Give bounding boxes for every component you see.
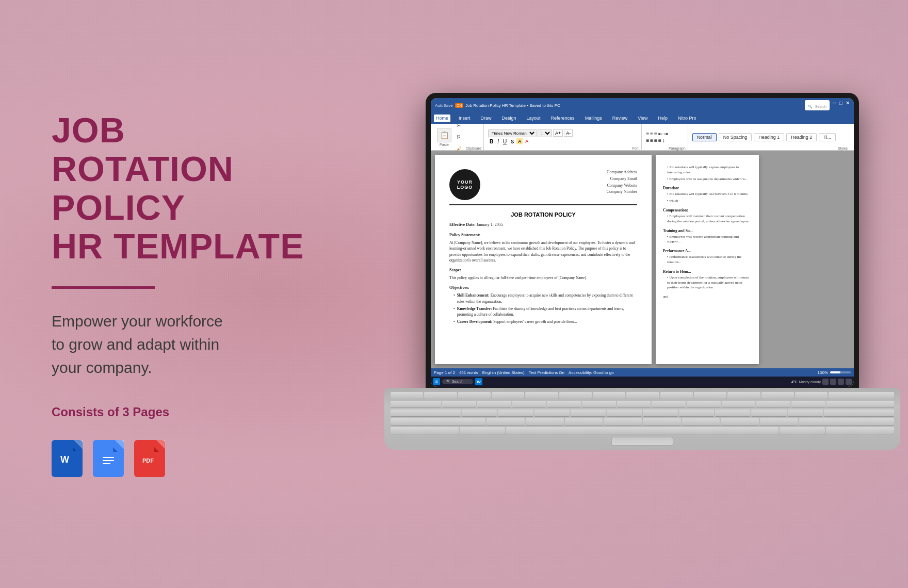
increase-indent-button[interactable]: ⇥ <box>663 131 668 137</box>
key[interactable] <box>660 392 693 399</box>
style-heading1[interactable]: Heading 1 <box>754 133 784 141</box>
taskbar-word-icon[interactable]: W <box>475 378 482 385</box>
key[interactable] <box>643 410 678 417</box>
key[interactable] <box>458 392 491 399</box>
key[interactable] <box>477 401 511 408</box>
key[interactable] <box>498 410 533 417</box>
strikethrough-button[interactable]: S̶ <box>509 138 515 145</box>
key-enter2[interactable] <box>824 410 894 417</box>
key-ctrl-l[interactable] <box>391 427 459 434</box>
maximize-button[interactable]: □ <box>839 100 842 110</box>
increase-font-button[interactable]: A+ <box>553 129 563 137</box>
line-spacing-button[interactable]: ↕ <box>662 138 665 143</box>
key[interactable] <box>795 392 828 399</box>
ribbon-tab-draw[interactable]: Draw <box>479 115 494 122</box>
align-center-button[interactable]: ≡ <box>650 138 653 143</box>
key[interactable] <box>391 392 423 399</box>
key[interactable] <box>492 392 524 399</box>
key[interactable] <box>565 418 603 426</box>
font-color-button[interactable]: A <box>524 138 530 144</box>
italic-button[interactable]: I <box>496 138 500 145</box>
key[interactable] <box>687 401 721 408</box>
key-backspace[interactable] <box>829 392 894 399</box>
key[interactable] <box>791 401 825 408</box>
key[interactable] <box>761 392 794 399</box>
close-button[interactable]: ✕ <box>846 100 850 110</box>
key[interactable] <box>715 410 750 417</box>
key[interactable] <box>526 418 564 426</box>
align-left-button[interactable]: ≡ <box>646 138 649 143</box>
key[interactable] <box>607 410 642 417</box>
font-family-select[interactable]: Times New Roman <box>488 129 537 137</box>
ribbon-tab-references[interactable]: References <box>549 115 577 122</box>
key[interactable] <box>694 392 726 399</box>
ribbon-tab-layout[interactable]: Layout <box>525 115 543 122</box>
key-shift-r[interactable] <box>799 418 894 426</box>
key[interactable] <box>547 401 581 408</box>
word-icon[interactable]: W <box>52 440 83 477</box>
copy-button[interactable]: ⎘ <box>453 132 464 142</box>
key[interactable] <box>682 418 720 426</box>
trackpad[interactable] <box>611 437 673 446</box>
zoom-level[interactable]: 100% <box>818 370 828 375</box>
key-shift-l[interactable] <box>391 418 485 426</box>
key[interactable] <box>582 401 616 408</box>
key-ctrl-r[interactable] <box>826 427 894 434</box>
cut-button[interactable]: ✂ <box>453 121 464 131</box>
key[interactable] <box>626 392 659 399</box>
key[interactable] <box>534 410 570 417</box>
key[interactable] <box>756 401 790 408</box>
ribbon-tab-nitro[interactable]: Nitro Pro <box>676 115 699 122</box>
style-heading2[interactable]: Heading 2 <box>786 133 817 141</box>
ribbon-tab-mailings[interactable]: Mailings <box>583 115 604 122</box>
key[interactable] <box>652 401 686 408</box>
key[interactable] <box>788 410 823 417</box>
key[interactable] <box>760 418 798 426</box>
key[interactable] <box>617 401 651 408</box>
key[interactable] <box>442 401 476 408</box>
align-right-button[interactable]: ≡ <box>654 138 657 143</box>
volume-icon[interactable] <box>830 379 836 385</box>
minimize-button[interactable]: ─ <box>833 100 836 110</box>
ribbon-tab-view[interactable]: View <box>636 115 650 122</box>
ribbon-tab-review[interactable]: Review <box>610 115 630 122</box>
style-no-spacing[interactable]: No Spacing <box>719 133 752 141</box>
windows-start-button[interactable]: ⊞ <box>433 378 440 385</box>
underline-button[interactable]: U <box>501 138 508 145</box>
key[interactable] <box>593 392 625 399</box>
windows-search[interactable]: 🔍 Search <box>442 379 473 384</box>
key[interactable] <box>559 392 592 399</box>
numbering-button[interactable]: ≡ <box>650 131 653 137</box>
ribbon-tab-design[interactable]: Design <box>500 115 518 122</box>
key[interactable] <box>643 418 681 426</box>
docs-icon[interactable] <box>93 440 124 477</box>
search-input[interactable]: Search <box>815 105 826 108</box>
key-alt-r[interactable] <box>780 427 825 434</box>
key[interactable] <box>722 401 756 408</box>
ribbon-tab-home[interactable]: Home <box>434 115 450 122</box>
key[interactable] <box>462 410 497 417</box>
key[interactable] <box>512 401 546 408</box>
zoom-slider[interactable] <box>830 371 851 373</box>
key-caps[interactable] <box>391 410 461 417</box>
style-normal[interactable]: Normal <box>692 133 717 141</box>
notification-icon[interactable] <box>846 379 852 385</box>
justify-button[interactable]: ≡ <box>658 138 661 143</box>
bullets-button[interactable]: ≡ <box>646 131 649 137</box>
network-icon[interactable] <box>822 379 829 385</box>
highlight-button[interactable]: A <box>516 138 523 144</box>
key[interactable] <box>571 410 606 417</box>
key[interactable] <box>679 410 714 417</box>
key[interactable] <box>727 392 760 399</box>
paste-button[interactable]: 📋 <box>437 128 451 142</box>
key[interactable] <box>751 410 786 417</box>
key-alt-l[interactable] <box>460 427 505 434</box>
key-space[interactable] <box>506 427 779 434</box>
key[interactable] <box>525 392 558 399</box>
pdf-icon[interactable]: PDF <box>134 440 165 477</box>
decrease-font-button[interactable]: A- <box>564 129 573 137</box>
font-size-select[interactable]: 11 <box>538 129 552 137</box>
ribbon-tab-help[interactable]: Help <box>656 115 670 122</box>
multilevel-button[interactable]: ≡ <box>654 131 657 137</box>
key[interactable] <box>424 392 457 399</box>
